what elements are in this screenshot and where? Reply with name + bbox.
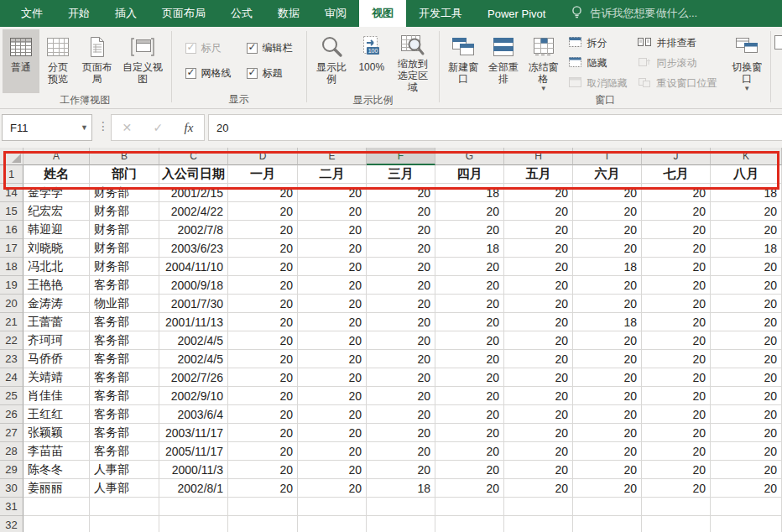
cell[interactable]: 20	[642, 202, 711, 221]
column-header-C[interactable]: C	[159, 148, 228, 165]
checkbox-icon[interactable]	[247, 43, 258, 54]
row-header-23[interactable]: 23	[0, 350, 23, 368]
cell[interactable]: 20	[367, 350, 435, 368]
cell[interactable]: 20	[298, 221, 367, 239]
cell[interactable]: 20	[504, 202, 573, 221]
select-all-corner[interactable]	[0, 148, 23, 165]
cell[interactable]: 20	[573, 202, 642, 221]
cell[interactable]: 六月	[573, 165, 642, 184]
cell[interactable]: 七月	[642, 165, 711, 184]
cell[interactable]: 20	[298, 442, 367, 461]
cell[interactable]: 20	[367, 331, 435, 350]
cell[interactable]: 20	[367, 184, 435, 202]
cell[interactable]: 20	[573, 387, 642, 405]
cell[interactable]: 2000/11/3	[159, 461, 228, 479]
cell[interactable]: 20	[504, 442, 573, 461]
cell[interactable]: 20	[298, 331, 367, 350]
cell[interactable]: 20	[642, 331, 711, 350]
cell[interactable]: 20	[367, 405, 435, 424]
checkbox-headings[interactable]: 标题	[247, 66, 293, 81]
cell[interactable]: 20	[367, 313, 435, 331]
cell[interactable]: 20	[504, 387, 573, 405]
tab-file[interactable]: 文件	[8, 0, 55, 27]
tab-review[interactable]: 审阅	[312, 0, 359, 27]
cell[interactable]: 马侨侨	[23, 350, 90, 368]
cell[interactable]: 八月	[711, 165, 782, 184]
cell[interactable]: 20	[573, 239, 642, 258]
cell[interactable]: 20	[573, 276, 642, 295]
reset-window-position-button[interactable]: 重设窗口位置	[633, 73, 720, 93]
row-header-20[interactable]: 20	[0, 295, 23, 313]
cell[interactable]: 20	[367, 202, 435, 221]
row-header-27[interactable]: 27	[0, 424, 23, 442]
row-header-22[interactable]: 22	[0, 331, 23, 350]
tab-power-pivot[interactable]: Power Pivot	[475, 0, 558, 27]
cell[interactable]	[642, 498, 711, 516]
cell[interactable]	[228, 498, 298, 516]
column-header-G[interactable]: G	[435, 148, 504, 165]
cell[interactable]: 20	[298, 350, 367, 368]
row-header-14[interactable]: 14	[0, 184, 23, 202]
cell[interactable]	[504, 498, 573, 516]
cell[interactable]: 20	[228, 331, 298, 350]
cell[interactable]: 20	[504, 461, 573, 479]
cell[interactable]: 财务部	[90, 221, 159, 239]
cell[interactable]: 20	[228, 258, 298, 276]
cell[interactable]	[23, 516, 90, 532]
new-window-button[interactable]: 新建窗口	[443, 29, 483, 93]
cell[interactable]	[573, 498, 642, 516]
tab-page-layout[interactable]: 页面布局	[149, 0, 218, 27]
cell[interactable]: 20	[435, 313, 504, 331]
cell[interactable]: 刘晓晓	[23, 239, 90, 258]
cell[interactable]: 20	[228, 202, 298, 221]
cell[interactable]: 20	[642, 295, 711, 313]
cell[interactable]: 20	[435, 258, 504, 276]
cell[interactable]: 18	[573, 313, 642, 331]
cell[interactable]: 20	[298, 184, 367, 202]
cell[interactable]: 王蕾蕾	[23, 313, 90, 331]
cell[interactable]: 2004/11/10	[159, 258, 228, 276]
cell[interactable]: 20	[711, 331, 782, 350]
cell[interactable]: 20	[504, 424, 573, 442]
cell[interactable]: 20	[504, 313, 573, 331]
cell[interactable]: 20	[504, 258, 573, 276]
cell[interactable]: 20	[435, 461, 504, 479]
cell[interactable]: 四月	[435, 165, 504, 184]
cell[interactable]: 20	[711, 258, 782, 276]
synchronous-scrolling-button[interactable]: 同步滚动	[633, 53, 720, 73]
cell[interactable]: 20	[435, 405, 504, 424]
cell[interactable]: 客务部	[90, 387, 159, 405]
cell[interactable]: 冯北北	[23, 258, 90, 276]
cell[interactable]: 20	[435, 442, 504, 461]
cell[interactable]: 20	[642, 442, 711, 461]
cell[interactable]: 20	[711, 424, 782, 442]
cell[interactable]: 2002/9/10	[159, 387, 228, 405]
cell[interactable]: 20	[711, 202, 782, 221]
cell[interactable]: 20	[435, 331, 504, 350]
normal-view-button[interactable]: 普通	[3, 29, 39, 93]
enter-icon[interactable]: ✓	[154, 121, 164, 134]
cell[interactable]: 20	[367, 258, 435, 276]
checkbox-formula-bar[interactable]: 编辑栏	[247, 41, 293, 55]
row-header-28[interactable]: 28	[0, 442, 23, 461]
view-side-by-side-button[interactable]: 并排查看	[633, 33, 720, 53]
cell[interactable]: 20	[642, 387, 711, 405]
cell[interactable]: 20	[504, 276, 573, 295]
cell[interactable]	[90, 498, 159, 516]
cell[interactable]: 20	[298, 276, 367, 295]
cell[interactable]: 2003/6/4	[159, 405, 228, 424]
cell[interactable]: 20	[435, 350, 504, 368]
row-header-18[interactable]: 18	[0, 258, 23, 276]
chevron-down-icon[interactable]: ▼	[81, 123, 88, 132]
cell[interactable]: 20	[298, 239, 367, 258]
cell[interactable]: 20	[573, 368, 642, 387]
cell[interactable]: 2002/7/26	[159, 368, 228, 387]
cell[interactable]: 韩迎迎	[23, 221, 90, 239]
cell[interactable]: 20	[367, 221, 435, 239]
cell[interactable]: 王艳艳	[23, 276, 90, 295]
cell[interactable]: 20	[642, 276, 711, 295]
cell[interactable]: 20	[504, 239, 573, 258]
cell[interactable]: 20	[435, 368, 504, 387]
cell[interactable]: 客务部	[90, 276, 159, 295]
page-layout-view-button[interactable]: 页面布局	[76, 29, 117, 93]
